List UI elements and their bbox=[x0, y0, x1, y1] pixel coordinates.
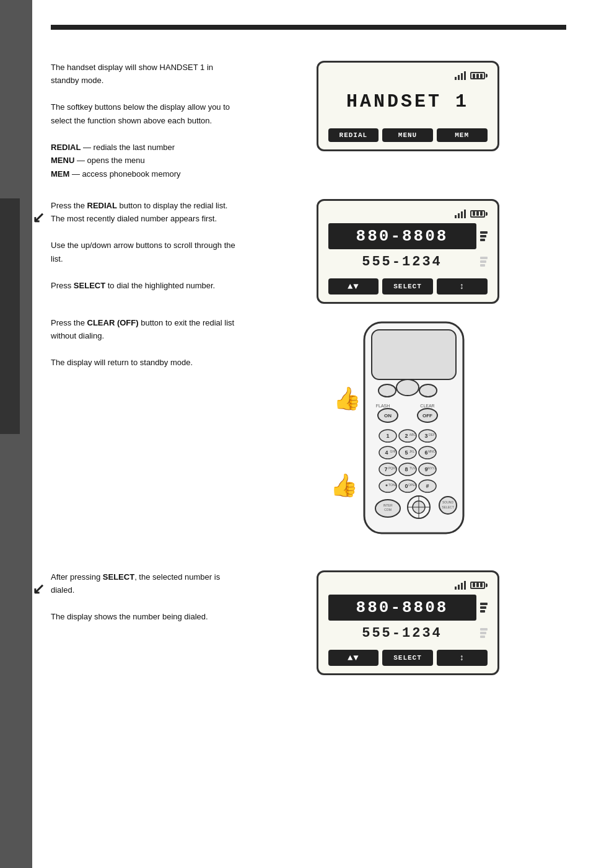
on-label: ON bbox=[384, 413, 392, 418]
svg-text:0: 0 bbox=[405, 483, 408, 489]
arrow-indicator-2: ↙ bbox=[32, 577, 45, 601]
cid-signal-bars-2 bbox=[480, 257, 488, 267]
svg-rect-1 bbox=[372, 330, 456, 379]
battery-signal-group bbox=[455, 71, 488, 80]
signal-icon-2 bbox=[455, 210, 466, 218]
signal-icon-4 bbox=[455, 581, 466, 590]
cid4-bar2 bbox=[480, 606, 486, 609]
cid4-bar1 bbox=[480, 603, 488, 605]
svg-text:TONE: TONE bbox=[388, 483, 397, 487]
s4-bar3 bbox=[461, 583, 463, 590]
caller-row-4-2-inner: 555-1234 bbox=[328, 623, 488, 644]
lcd-top-icons bbox=[328, 71, 488, 80]
battery-signal-4 bbox=[455, 581, 488, 590]
svg-text:MNO: MNO bbox=[428, 450, 436, 453]
svg-text:SELECT: SELECT bbox=[442, 505, 453, 509]
sidebar bbox=[0, 0, 32, 868]
b2-bar3 bbox=[480, 211, 483, 216]
s4-bar4 bbox=[464, 581, 466, 590]
caller-row-4-1-inner: 880-8808 bbox=[328, 595, 488, 621]
phone-handset-svg: FLASH ON CLEAR OFF 1 2 ABC bbox=[321, 316, 494, 552]
svg-point-4 bbox=[419, 384, 437, 397]
svg-text:👍: 👍 bbox=[330, 472, 358, 498]
svg-text:TUV: TUV bbox=[409, 466, 416, 470]
softkey-menu[interactable]: MENU bbox=[382, 128, 433, 142]
caller-number-4-2: 555-1234 bbox=[328, 623, 476, 644]
section-redial: ↙ Press the REDIAL button to display the… bbox=[51, 193, 566, 316]
s4-bar2 bbox=[458, 585, 460, 590]
battery-tip bbox=[486, 74, 488, 78]
s4-bar1 bbox=[455, 587, 457, 590]
signal-bar-3 bbox=[461, 73, 463, 80]
battery-icon-2 bbox=[470, 210, 488, 218]
caller-row-1: 880-8808 bbox=[328, 223, 488, 249]
cid-signal-bars-4-1 bbox=[480, 603, 488, 613]
battery-body-4 bbox=[470, 582, 485, 589]
battery-icon bbox=[470, 72, 488, 79]
svg-text:7: 7 bbox=[384, 466, 387, 472]
section1-text: The handset display will show HANDSET 1 … bbox=[51, 61, 249, 180]
cid2-bar1 bbox=[480, 257, 488, 259]
svg-text:ABC: ABC bbox=[409, 433, 416, 436]
cid4-2-bar2 bbox=[480, 632, 486, 634]
svg-text:4: 4 bbox=[385, 450, 388, 456]
clear-label-top: CLEAR bbox=[420, 404, 434, 408]
caller-row-2-inner: 555-1234 bbox=[328, 252, 488, 272]
svg-text:SOUND: SOUND bbox=[442, 500, 453, 504]
svg-text:OPER: OPER bbox=[408, 483, 418, 487]
cid2-bar3 bbox=[480, 264, 485, 267]
caller-number-2: 555-1234 bbox=[328, 252, 476, 272]
svg-text:GHI: GHI bbox=[390, 450, 396, 453]
main-content: The handset display will show HANDSET 1 … bbox=[32, 0, 591, 868]
svg-text:👍: 👍 bbox=[333, 385, 361, 412]
caller-number-1: 880-8808 bbox=[328, 223, 476, 249]
b2-bar2 bbox=[476, 211, 479, 216]
section1-display: HANDSET 1 REDIAL MENU MEM bbox=[249, 61, 566, 151]
svg-text:WXYZ: WXYZ bbox=[427, 466, 436, 470]
cid-bar3 bbox=[480, 239, 485, 241]
lcd-panel-after-select: 880-8808 555-1234 bbox=[317, 570, 499, 675]
softkey-redial[interactable]: REDIAL bbox=[328, 128, 379, 142]
section2-para1: Press the REDIAL button to display the r… bbox=[51, 199, 237, 226]
svg-text:*: * bbox=[385, 483, 388, 489]
battery-signal-2 bbox=[455, 210, 488, 218]
section3-para1: Press the CLEAR (OFF) button to exit the… bbox=[51, 316, 237, 343]
pointing-hand-top: 👍 bbox=[333, 385, 361, 412]
svg-text:DEF: DEF bbox=[429, 433, 435, 436]
caller-row-4-2: 555-1234 bbox=[328, 623, 488, 644]
softkey-scroll[interactable]: ▲▼ bbox=[328, 278, 379, 294]
s2-bar1 bbox=[455, 215, 457, 218]
battery-tip-2 bbox=[486, 212, 488, 216]
arrow-indicator-1: ↙ bbox=[32, 205, 45, 230]
svg-text:PQRS: PQRS bbox=[388, 466, 398, 470]
section2-para2: Use the up/down arrow buttons to scroll … bbox=[51, 239, 237, 265]
after-select-softkeys: ▲▼ SELECT ↕ bbox=[328, 650, 488, 666]
softkey-mem[interactable]: MEM bbox=[437, 128, 488, 142]
softkey-back[interactable]: ↕ bbox=[437, 278, 488, 294]
lcd-panel-standby: HANDSET 1 REDIAL MENU MEM bbox=[317, 61, 499, 151]
section4-para1: After pressing SELECT, the selected numb… bbox=[51, 570, 237, 597]
battery-bar-3 bbox=[480, 74, 483, 78]
softkey-select[interactable]: SELECT bbox=[382, 278, 433, 294]
off-label: OFF bbox=[422, 413, 432, 418]
softkey-select-4[interactable]: SELECT bbox=[382, 650, 433, 666]
softkey-back-4[interactable]: ↕ bbox=[437, 650, 488, 666]
redial-softkeys: ▲▼ SELECT ↕ bbox=[328, 278, 488, 294]
signal-icon bbox=[455, 71, 466, 80]
svg-text:#: # bbox=[426, 483, 429, 489]
svg-point-2 bbox=[379, 384, 396, 397]
section2-text: ↙ Press the REDIAL button to display the… bbox=[51, 199, 249, 292]
cid-bar2 bbox=[480, 235, 486, 237]
section4-display: 880-8808 555-1234 bbox=[249, 570, 566, 675]
b4-bar1 bbox=[473, 583, 475, 587]
svg-text:6: 6 bbox=[424, 450, 427, 456]
section2-display: 880-8808 555-1234 bbox=[249, 199, 566, 304]
s2-bar3 bbox=[461, 211, 463, 218]
section1-paragraph: The handset display will show HANDSET 1 … bbox=[51, 61, 237, 87]
softkey-scroll-4[interactable]: ▲▼ bbox=[328, 650, 379, 666]
cid2-bar2 bbox=[480, 260, 486, 263]
standby-softkeys: REDIAL MENU MEM bbox=[328, 128, 488, 142]
section1-paragraph2: The softkey buttons below the display al… bbox=[51, 100, 237, 127]
svg-text:INTER: INTER bbox=[383, 503, 393, 507]
section4-para2: The display shows the number being diale… bbox=[51, 610, 237, 623]
